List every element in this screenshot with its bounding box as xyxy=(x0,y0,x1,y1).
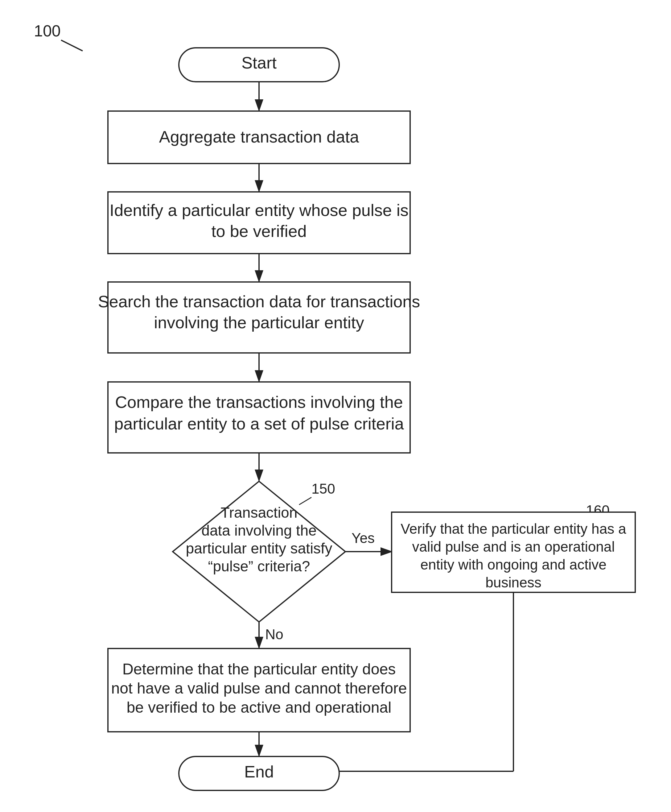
node-160-label-line2: valid pulse and is an operational xyxy=(412,539,615,555)
node-110-label: Aggregate transaction data xyxy=(159,128,359,146)
start-label: Start xyxy=(242,53,277,72)
end-label: End xyxy=(244,763,274,781)
node-120-label-line1: Identify a particular entity whose pulse… xyxy=(109,201,409,219)
node-140-label-line1: Compare the transactions involving the xyxy=(115,393,403,411)
figure-number: 100 xyxy=(34,22,61,40)
node-130-label-line2: involving the particular entity xyxy=(154,313,364,332)
node-120-label-line2: to be verified xyxy=(211,222,307,241)
node-150-label-line2: data involving the xyxy=(201,522,317,539)
svg-line-11 xyxy=(299,497,312,505)
node-160-label-line3: entity with ongoing and active xyxy=(420,556,606,573)
node-170-label-line3: be verified to be active and operational xyxy=(127,699,392,716)
node-150-label-line3: particular entity satisfy xyxy=(186,540,332,556)
node-150-label-line4: “pulse” criteria? xyxy=(208,558,310,575)
no-label: No xyxy=(265,626,283,642)
node-160-label-line1: Verify that the particular entity has a xyxy=(400,521,626,537)
yes-label: Yes xyxy=(351,530,375,546)
node-170-label-line1: Determine that the particular entity doe… xyxy=(123,660,396,678)
node-140-label-line2: particular entity to a set of pulse crit… xyxy=(114,415,404,433)
node-130-label-line1: Search the transaction data for transact… xyxy=(98,292,420,310)
node-150-label-line1: Transaction xyxy=(221,505,298,521)
node-160-label-line4: business xyxy=(485,575,542,590)
flowchart-diagram: 100 Start 110 Aggregate transaction data… xyxy=(0,0,671,812)
node-170-label-line2: not have a valid pulse and cannot theref… xyxy=(111,680,407,697)
node-150-id: 150 xyxy=(312,481,335,497)
svg-line-1 xyxy=(61,40,83,51)
